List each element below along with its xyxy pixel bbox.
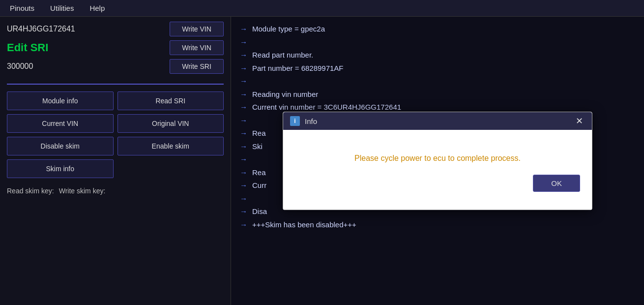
dialog-body: Please cycle power to ecu to complete pr… [283,130,592,210]
dialog-icon: i [290,116,300,126]
disable-skim-btn[interactable]: Disable skim [7,137,114,155]
vin-row-1: UR4HJ6GG172641 Write VIN [7,22,224,36]
left-panel: UR4HJ6GG172641 Write VIN Edit SRI Write … [0,17,231,305]
write-vin-btn-2[interactable]: Write VIN [170,40,224,55]
menu-bar: Pinouts Utilities Help [0,0,644,17]
write-skim-key-label: Write skim key: [59,187,106,195]
enable-skim-btn[interactable]: Enable skim [117,137,224,155]
console-panel: →Module type = gpec2a→ →Read part number… [231,17,644,305]
skim-key-row: Read skim key: Write skim key: [7,187,224,195]
bottom-section: Read skim key: Write skim key: [7,182,224,195]
dialog-title-bar: i Info ✕ [283,112,592,130]
current-vin-btn[interactable]: Current VIN [7,114,114,133]
skim-info-btn[interactable]: Skim info [7,159,114,178]
dialog-title: Info [305,117,569,125]
dialog-close-btn[interactable]: ✕ [574,117,585,125]
action-btn-grid: Module info Read SRI Current VIN Origina… [7,92,224,178]
dialog-overlay: i Info ✕ Please cycle power to ecu to co… [231,17,644,305]
original-vin-btn[interactable]: Original VIN [117,114,224,133]
write-sri-btn[interactable]: Write SRI [170,59,224,74]
menu-utilities[interactable]: Utilities [48,3,76,13]
vin-section: UR4HJ6GG172641 Write VIN Edit SRI Write … [7,22,224,85]
vin-row-2: Edit SRI Write VIN [7,40,224,55]
odo-row: 300000 Write SRI [7,59,224,74]
edit-sri-label: Edit SRI [7,40,165,55]
menu-help[interactable]: Help [88,3,107,13]
read-skim-key-label: Read skim key: [7,187,54,195]
dialog-ok-btn[interactable]: OK [533,175,580,192]
module-info-btn[interactable]: Module info [7,92,114,110]
vin-value-1: UR4HJ6GG172641 [7,23,165,35]
dialog-message: Please cycle power to ecu to complete pr… [354,154,521,163]
write-vin-btn-1[interactable]: Write VIN [170,22,224,36]
main-content: UR4HJ6GG172641 Write VIN Edit SRI Write … [0,17,644,305]
menu-pinouts[interactable]: Pinouts [8,3,36,13]
odo-value: 300000 [7,60,165,73]
info-dialog: i Info ✕ Please cycle power to ecu to co… [283,112,592,210]
read-sri-btn[interactable]: Read SRI [117,92,224,110]
